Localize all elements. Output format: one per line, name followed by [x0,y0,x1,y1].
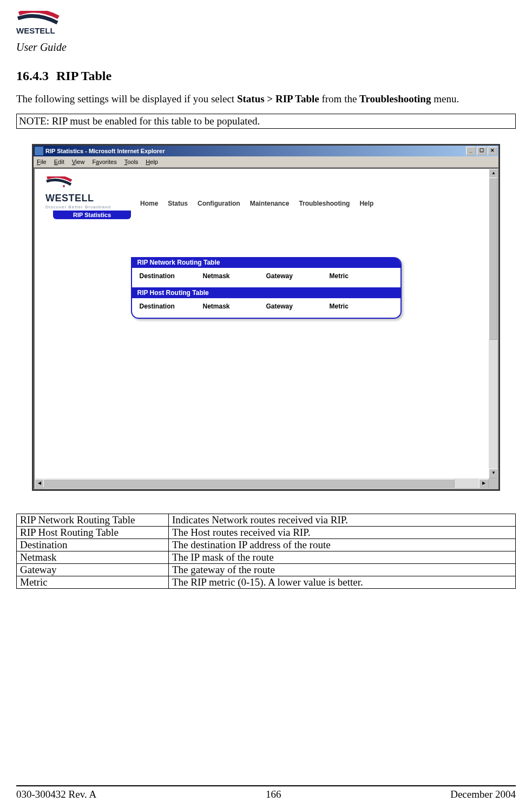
router-nav: Home Status Configuration Maintenance Tr… [140,200,373,209]
scroll-down-button[interactable]: ▼ [489,469,498,478]
nav-configuration[interactable]: Configuration [198,200,240,207]
term-cell: RIP Network Routing Table [17,514,169,527]
table-row: Gateway The gateway of the route [17,564,516,576]
router-page: WESTELL Discover Better Broadband Home S… [35,169,497,326]
nav-status[interactable]: Status [168,200,188,207]
description-table: RIP Network Routing Table Indicates Netw… [16,514,516,589]
svg-point-1 [63,185,65,187]
menu-edit[interactable]: Edit [54,159,64,165]
desc-cell: The Host routes received via RIP. [169,527,516,539]
term-cell: Destination [17,539,169,551]
intro-bold-menu: Troubleshooting [359,93,431,104]
footer-revision: 030-300432 Rev. A [16,789,96,800]
ie-menubar: File Edit View Favorites Tools Help [34,156,498,168]
col-metric: Metric [330,272,393,280]
note-box: NOTE: RIP must be enabled for this table… [16,114,516,129]
footer-divider [16,785,516,786]
col-metric: Metric [330,303,393,310]
router-tagline: Discover Better Broadband [45,205,129,209]
table-row: Metric The RIP metric (0-15). A lower va… [17,576,516,589]
svg-text:WESTELL: WESTELL [16,26,55,35]
term-cell: Metric [17,576,169,589]
desc-cell: The gateway of the route [169,564,516,576]
intro-paragraph: The following settings will be displayed… [16,93,516,105]
col-netmask: Netmask [203,303,266,310]
scroll-thumb-horizontal[interactable] [43,479,455,488]
panel-header-host: RIP Host Routing Table [132,287,400,298]
col-netmask: Netmask [203,272,266,280]
section-heading: 16.4.3 RIP Table [16,69,516,83]
footer-date: December 2004 [450,789,516,800]
ie-window-title: RIP Statistics - Microsoft Internet Expl… [45,148,466,154]
ie-titlebar: RIP Statistics - Microsoft Internet Expl… [34,146,498,156]
section-number: 16.4.3 [16,69,49,83]
minimize-button[interactable]: _ [466,147,476,155]
col-destination: Destination [140,272,203,280]
nav-maintenance[interactable]: Maintenance [250,200,290,207]
desc-cell: The IP mask of the route [169,551,516,564]
desc-cell: Indicates Network routes received via RI… [169,514,516,527]
scroll-corner [489,478,497,488]
intro-bold-path: Status > RIP Table [237,93,319,104]
router-brand-logo: WESTELL Discover Better Broadband [45,176,129,209]
panel-header-network: RIP Network Routing Table [132,257,400,268]
table-row: Destination The destination IP address o… [17,539,516,551]
ie-app-icon [35,147,43,155]
rip-panel: RIP Network Routing Table Destination Ne… [131,257,402,319]
panel-columns-host: Destination Netmask Gateway Metric [132,298,400,318]
intro-text-mid: from the [319,93,359,104]
screenshot-window: RIP Statistics - Microsoft Internet Expl… [32,144,500,491]
col-gateway: Gateway [266,272,330,280]
menu-file[interactable]: File [37,159,47,165]
term-cell: Gateway [17,564,169,576]
footer-page-number: 166 [266,789,281,800]
menu-view[interactable]: View [72,159,85,165]
vertical-scrollbar[interactable]: ▲ ▼ [489,169,497,478]
col-gateway: Gateway [266,303,330,310]
nav-help[interactable]: Help [359,200,373,207]
user-guide-label: User Guide [16,41,516,54]
scroll-right-button[interactable]: ▶ [479,479,489,489]
menu-help[interactable]: Help [146,159,158,165]
nav-home[interactable]: Home [140,200,158,207]
table-row: RIP Host Routing Table The Host routes r… [17,527,516,539]
desc-cell: The RIP metric (0-15). A lower value is … [169,576,516,589]
menu-tools[interactable]: Tools [124,159,139,165]
intro-text: The following settings will be displayed… [16,93,237,104]
ie-content-area: WESTELL Discover Better Broadband Home S… [34,168,498,489]
page-footer: 030-300432 Rev. A 166 December 2004 [16,789,516,800]
maximize-button[interactable]: ☐ [477,147,487,155]
table-row: RIP Network Routing Table Indicates Netw… [17,514,516,527]
panel-columns-network: Destination Netmask Gateway Metric [132,268,400,287]
router-brand-name: WESTELL [45,193,129,204]
document-logo: WESTELL [16,11,516,39]
horizontal-scrollbar[interactable]: ◀ ▶ [35,478,489,488]
term-cell: Netmask [17,551,169,564]
close-button[interactable]: ✕ [488,147,497,155]
table-row: Netmask The IP mask of the route [17,551,516,564]
scroll-thumb-vertical[interactable] [489,178,497,340]
westell-swoosh-icon [45,176,73,190]
desc-cell: The destination IP address of the route [169,539,516,551]
rip-statistics-tab[interactable]: RIP Statistics [53,211,131,219]
menu-favorites[interactable]: Favorites [92,159,116,165]
term-cell: RIP Host Routing Table [17,527,169,539]
westell-logo-icon: WESTELL [16,11,60,37]
intro-text-post: menu. [431,93,459,104]
col-destination: Destination [140,303,203,310]
nav-troubleshooting[interactable]: Troubleshooting [299,200,350,207]
section-title: RIP Table [56,69,111,83]
